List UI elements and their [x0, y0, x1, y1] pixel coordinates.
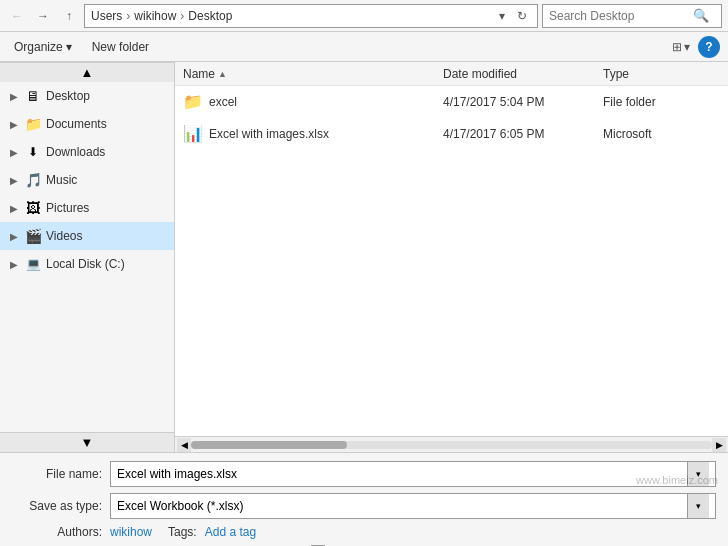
file-name-label: File name:: [12, 467, 102, 481]
save-as-type-field[interactable]: ▾: [110, 493, 716, 519]
sidebar-label-pictures: Pictures: [46, 201, 89, 215]
excel-icon: 📊: [183, 124, 203, 144]
toolbar: Organize ▾ New folder ⊞ ▾ ?: [0, 32, 728, 62]
sidebar-label-videos: Videos: [46, 229, 82, 243]
documents-icon: 📁: [24, 115, 42, 133]
file-date-excel-xlsx: 4/17/2017 6:05 PM: [443, 127, 603, 141]
sidebar-expand-local-disk: ▶: [8, 259, 20, 270]
toolbar-right: ⊞ ▾ ?: [668, 36, 720, 58]
search-box[interactable]: 🔍: [542, 4, 722, 28]
path-desktop: Desktop: [188, 9, 232, 23]
sidebar-expand-music: ▶: [8, 175, 20, 186]
back-button[interactable]: ←: [6, 5, 28, 27]
help-button[interactable]: ?: [698, 36, 720, 58]
path-wikihow: wikihow: [134, 9, 176, 23]
file-name-excel-xlsx: Excel with images.xlsx: [209, 127, 329, 141]
file-type-excel-xlsx: Microsoft: [603, 127, 720, 141]
hscroll-right-button[interactable]: ▶: [712, 438, 726, 452]
sidebar-expand-videos: ▶: [8, 231, 20, 242]
col-header-type[interactable]: Type: [603, 67, 720, 81]
sidebar-item-videos[interactable]: ▶ 🎬 Videos: [0, 222, 174, 250]
bottom-form: File name: ▾ Save as type: ▾ Authors: wi…: [0, 452, 728, 546]
tags-label: Tags:: [168, 525, 197, 539]
horizontal-scrollbar[interactable]: ◀ ▶: [175, 436, 728, 452]
file-name-cell-excel-folder: 📁 excel: [183, 92, 443, 112]
search-input[interactable]: [549, 9, 689, 23]
authors-row: Authors: wikihow Tags: Add a tag: [12, 525, 716, 539]
file-name-row: File name: ▾: [12, 461, 716, 487]
new-folder-button[interactable]: New folder: [86, 38, 155, 56]
sidebar-expand-downloads: ▶: [8, 147, 20, 158]
sidebar-scroll-area: ▶ 🖥 Desktop ▶ 📁 Documents ▶ ⬇ Downloads …: [0, 82, 174, 432]
file-name-input[interactable]: [117, 467, 687, 481]
address-bar: ← → ↑ Users › wikihow › Desktop ▾ ↻ 🔍: [0, 0, 728, 32]
sidebar-item-pictures[interactable]: ▶ 🖼 Pictures: [0, 194, 174, 222]
add-tag-link[interactable]: Add a tag: [205, 525, 256, 539]
forward-button[interactable]: →: [32, 5, 54, 27]
save-as-type-dropdown-arrow[interactable]: ▾: [687, 494, 709, 518]
tags-group: Tags: Add a tag: [168, 525, 256, 539]
sort-arrow-name: ▲: [218, 69, 227, 79]
hscroll-thumb: [191, 441, 347, 449]
main-container: ▲ ▶ 🖥 Desktop ▶ 📁 Documents ▶ ⬇ Download…: [0, 62, 728, 452]
sidebar-label-local-disk: Local Disk (C:): [46, 257, 125, 271]
path-dropdown-arrow[interactable]: ▾: [495, 9, 509, 23]
sidebar-item-music[interactable]: ▶ 🎵 Music: [0, 166, 174, 194]
sidebar-label-documents: Documents: [46, 117, 107, 131]
sidebar-label-downloads: Downloads: [46, 145, 105, 159]
sidebar: ▲ ▶ 🖥 Desktop ▶ 📁 Documents ▶ ⬇ Download…: [0, 62, 175, 452]
sidebar-item-desktop[interactable]: ▶ 🖥 Desktop: [0, 82, 174, 110]
col-header-date[interactable]: Date modified: [443, 67, 603, 81]
file-name-excel-folder: excel: [209, 95, 237, 109]
save-as-type-input[interactable]: [117, 499, 687, 513]
file-date-excel-folder: 4/17/2017 5:04 PM: [443, 95, 603, 109]
authors-value[interactable]: wikihow: [110, 525, 152, 539]
sidebar-expand-pictures: ▶: [8, 203, 20, 214]
desktop-icon: 🖥: [24, 87, 42, 105]
save-as-type-label: Save as type:: [12, 499, 102, 513]
sidebar-item-downloads[interactable]: ▶ ⬇ Downloads: [0, 138, 174, 166]
sidebar-scroll-up[interactable]: ▲: [0, 62, 174, 82]
file-list-container: Name ▲ Date modified Type 📁 excel 4/17/2…: [175, 62, 728, 452]
hscroll-left-button[interactable]: ◀: [177, 438, 191, 452]
file-type-excel-folder: File folder: [603, 95, 720, 109]
sidebar-item-local-disk[interactable]: ▶ 💻 Local Disk (C:): [0, 250, 174, 278]
sidebar-label-music: Music: [46, 173, 77, 187]
sidebar-label-desktop: Desktop: [46, 89, 90, 103]
file-list-header: Name ▲ Date modified Type: [175, 62, 728, 86]
save-as-type-row: Save as type: ▾: [12, 493, 716, 519]
hscroll-track: [191, 441, 712, 449]
file-name-field[interactable]: ▾: [110, 461, 716, 487]
file-name-cell-excel-xlsx: 📊 Excel with images.xlsx: [183, 124, 443, 144]
file-name-dropdown-arrow[interactable]: ▾: [687, 462, 709, 486]
path-refresh-button[interactable]: ↻: [513, 9, 531, 23]
organize-dropdown-icon: ▾: [66, 40, 72, 54]
pictures-icon: 🖼: [24, 199, 42, 217]
organize-button[interactable]: Organize ▾: [8, 38, 78, 56]
sidebar-item-documents[interactable]: ▶ 📁 Documents: [0, 110, 174, 138]
col-header-name[interactable]: Name ▲: [183, 67, 443, 81]
up-button[interactable]: ↑: [58, 5, 80, 27]
local-disk-icon: 💻: [24, 255, 42, 273]
file-list: 📁 excel 4/17/2017 5:04 PM File folder 📊 …: [175, 86, 728, 436]
view-button[interactable]: ⊞ ▾: [668, 38, 694, 56]
folder-icon: 📁: [183, 92, 203, 112]
authors-label: Authors:: [12, 525, 102, 539]
downloads-icon: ⬇: [24, 143, 42, 161]
search-icon[interactable]: 🔍: [693, 8, 709, 23]
path-users: Users: [91, 9, 122, 23]
sidebar-scroll-down[interactable]: ▼: [0, 432, 174, 452]
sidebar-expand-desktop: ▶: [8, 91, 20, 102]
file-row-excel-folder[interactable]: 📁 excel 4/17/2017 5:04 PM File folder: [175, 86, 728, 118]
sidebar-expand-documents: ▶: [8, 119, 20, 130]
file-row-excel-xlsx[interactable]: 📊 Excel with images.xlsx 4/17/2017 6:05 …: [175, 118, 728, 150]
view-dropdown-icon: ▾: [684, 40, 690, 54]
music-icon: 🎵: [24, 171, 42, 189]
view-icon: ⊞: [672, 40, 682, 54]
address-path[interactable]: Users › wikihow › Desktop ▾ ↻: [84, 4, 538, 28]
videos-icon: 🎬: [24, 227, 42, 245]
